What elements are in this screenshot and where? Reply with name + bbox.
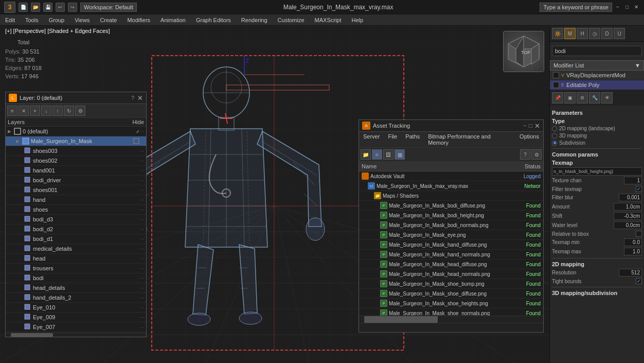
layer-row[interactable]: Eye_007 ··· <box>6 322 146 332</box>
asset-row[interactable]: P Male_Surgeon_In_Mask_bodi_diffuse.png … <box>359 201 543 211</box>
asset-settings-btn[interactable]: ⚙ <box>531 149 542 160</box>
filter-texmap-checkbox[interactable] <box>636 186 642 192</box>
relative-bbox-checkbox[interactable] <box>636 231 642 237</box>
resolution-input[interactable] <box>619 269 642 276</box>
asset-row[interactable]: P Male_Surgeon_In_Mask_shoe_diffuse.png … <box>359 289 543 299</box>
layers-toolbar-btn6[interactable]: ↻ <box>64 106 74 116</box>
layer-row[interactable]: head ··· <box>6 254 146 264</box>
asset-row[interactable]: Autodesk Vault Logged <box>359 171 543 181</box>
layer-options[interactable]: ··· <box>140 285 144 291</box>
texmap-min-input[interactable] <box>624 238 642 246</box>
render-icon[interactable]: 🔆 <box>552 28 563 39</box>
save-btn[interactable]: 💾 <box>43 3 52 12</box>
modifier-list-dropdown[interactable]: Modifier List ▼ <box>550 60 644 71</box>
layer-options[interactable]: ··· <box>140 305 144 310</box>
nav-cube[interactable]: TOP <box>503 31 544 72</box>
layer-options[interactable]: ··· <box>140 148 144 154</box>
workspace-dropdown[interactable]: Workspace: Default <box>80 3 137 12</box>
type-subdivision-radio[interactable] <box>552 141 557 146</box>
layers-toolbar-btn7[interactable]: ⚙ <box>75 106 85 116</box>
expand-icon[interactable]: ▶ <box>16 139 22 144</box>
scrollbar-thumb[interactable] <box>11 333 53 337</box>
layer-row[interactable]: bodi_d1 ··· <box>6 234 146 244</box>
menu-help[interactable]: Help <box>347 16 369 24</box>
type-2d-radio[interactable] <box>552 126 557 131</box>
layer-row[interactable]: bodi_driver ··· <box>6 176 146 185</box>
filter-blur-input[interactable] <box>619 194 642 201</box>
layer-row[interactable]: ▶ 0 (default) ✓ ··· <box>6 127 146 136</box>
layer-options[interactable]: ··· <box>140 256 144 262</box>
modifier-editable-poly[interactable]: E Editable Poly <box>550 80 644 90</box>
asset-row[interactable]: M Male_Surgeon_In_Mask_max_vray.max Netw… <box>359 181 543 191</box>
open-btn[interactable]: 📂 <box>31 3 40 12</box>
asset-row[interactable]: P Male_Surgeon_In_Mask_eye.png Found <box>359 230 543 240</box>
asset-menu-paths[interactable]: Paths <box>401 132 424 147</box>
minimize-button[interactable]: − <box>614 4 621 11</box>
asset-row[interactable]: P Male_Surgeon_In_Mask_shoe_bump.png Fou… <box>359 279 543 289</box>
undo-btn[interactable]: ↩ <box>56 3 65 12</box>
shift-input[interactable] <box>614 212 642 220</box>
asset-btn-3[interactable]: 🖼 <box>383 149 393 160</box>
asset-menu-server[interactable]: Server <box>359 132 384 147</box>
asset-horizontal-scrollbar[interactable] <box>359 316 543 323</box>
layers-toolbar-btn3[interactable]: + <box>30 106 40 116</box>
maximize-button[interactable]: □ <box>623 4 631 11</box>
layer-options[interactable]: ··· <box>140 236 144 242</box>
layer-row[interactable]: hand ··· <box>6 195 146 205</box>
layers-close-button[interactable]: ✕ <box>137 94 143 102</box>
asset-btn-1[interactable]: 📁 <box>361 149 371 160</box>
modify-icon2[interactable]: ⚙ <box>577 92 588 103</box>
asset-btn-2[interactable]: ≡ <box>372 149 382 160</box>
layer-row[interactable]: shoes002 ··· <box>6 156 146 166</box>
asset-row[interactable]: 📁 Maps / Shaders <box>359 191 543 201</box>
layer-options[interactable]: ··· <box>140 158 144 164</box>
asset-row[interactable]: P Male_Surgeon_In_Mask_bodi_height.png F… <box>359 211 543 220</box>
layer-row[interactable]: medical_details ··· <box>6 244 146 254</box>
new-btn[interactable]: 📄 <box>19 3 28 12</box>
menu-maxscript[interactable]: MAXScript <box>310 16 347 24</box>
texture-chan-input[interactable] <box>624 177 642 184</box>
layers-help-button[interactable]: ? <box>131 95 134 101</box>
layers-toolbar-btn5[interactable]: ↑ <box>52 106 63 116</box>
amount-input[interactable] <box>614 203 642 211</box>
asset-row[interactable]: P Male_Surgeon_In_Mask_head_diffuse.png … <box>359 260 543 269</box>
layer-options[interactable]: ··· <box>140 178 144 183</box>
layer-row[interactable]: ▶ Male_Surgeon_In_Mask ··· <box>6 136 146 146</box>
menu-graph-editors[interactable]: Graph Editors <box>191 16 236 24</box>
utilities-icon[interactable]: U <box>614 28 625 39</box>
display-icon[interactable]: D <box>601 28 613 39</box>
layer-options[interactable]: ··· <box>140 197 144 203</box>
asset-list[interactable]: Autodesk Vault Logged M Male_Surgeon_In_… <box>359 171 543 316</box>
redo-btn[interactable]: ↪ <box>68 3 77 12</box>
layer-row[interactable]: hand001 ··· <box>6 166 146 176</box>
menu-tools[interactable]: Tools <box>20 16 44 24</box>
layers-toolbar-btn4[interactable]: ↓ <box>41 106 51 116</box>
asset-menu-bitmap[interactable]: Bitmap Performance and Memory <box>424 132 515 147</box>
asset-help-btn[interactable]: ? <box>520 149 530 160</box>
asset-row[interactable]: P Male_Surgeon_In_Mask_shoe_normals.png … <box>359 308 543 316</box>
layer-options[interactable]: ··· <box>140 324 144 330</box>
layer-options[interactable]: ··· <box>140 315 144 320</box>
layer-row[interactable]: shoes001 ··· <box>6 185 146 195</box>
layers-list[interactable]: ▶ 0 (default) ✓ ··· ▶ Male_Surgeon_In_Ma… <box>6 127 146 333</box>
asset-menu-options[interactable]: Options <box>515 132 543 147</box>
sub-obj-icon[interactable]: ▣ <box>564 92 576 103</box>
layer-options[interactable]: ··· <box>140 295 144 301</box>
menu-edit[interactable]: Edit <box>0 16 20 24</box>
pin-icon[interactable]: 📌 <box>552 92 563 103</box>
asset-row[interactable]: P Male_Surgeon_In_Mask_head_normals.png … <box>359 269 543 279</box>
layers-scrollbar[interactable] <box>6 333 146 337</box>
menu-create[interactable]: Create <box>95 16 122 24</box>
asset-row[interactable]: P Male_Surgeon_In_Mask_hand_diffuse.png … <box>359 240 543 250</box>
menu-group[interactable]: Group <box>44 16 70 24</box>
texmap-preview[interactable]: n_In_Mask_bodi_height.png) <box>552 167 642 176</box>
asset-menu-file[interactable]: File <box>384 132 401 147</box>
layer-options[interactable]: ··· <box>140 139 144 144</box>
layers-toolbar-btn2[interactable]: ✕ <box>19 106 29 116</box>
motion-icon[interactable]: ◷ <box>589 28 600 39</box>
asset-minimize-button[interactable]: − <box>523 122 527 129</box>
layer-options[interactable]: ··· <box>140 246 144 252</box>
layer-options[interactable]: ··· <box>140 207 144 213</box>
modifier-enabled-checkbox[interactable] <box>553 82 559 88</box>
menu-animation[interactable]: Animation <box>155 16 191 24</box>
